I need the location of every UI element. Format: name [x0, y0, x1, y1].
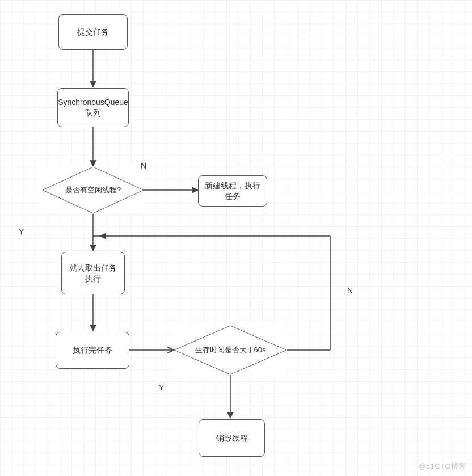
node-label: 就去取出任务执行 — [66, 263, 120, 284]
node-label: SynchronousQueue队列 — [58, 97, 128, 119]
node-synchronous-queue: SynchronousQueue队列 — [57, 88, 129, 127]
svg-marker-12 — [99, 233, 106, 239]
node-fetch-task: 就去取出任务执行 — [61, 252, 125, 294]
node-finish-task: 执行完任务 — [56, 332, 129, 369]
node-label: 销毁线程 — [216, 433, 248, 444]
node-label: 新建线程，执行任务 — [203, 180, 262, 202]
watermark: @51CTO博客 — [418, 461, 466, 471]
node-label: 提交任务 — [77, 27, 109, 37]
edges-layer — [0, 0, 472, 476]
edge-label-d1-yes: Y — [19, 227, 24, 236]
node-label: 执行完任务 — [73, 345, 112, 356]
node-submit-task: 提交任务 — [58, 14, 128, 50]
edge-label-d1-no: N — [141, 161, 146, 170]
flowchart-canvas: 提交任务 SynchronousQueue队列 是否有空闲线程? 新建线程，执行… — [0, 0, 472, 476]
node-label: 生存时间是否大于60s — [195, 346, 266, 355]
decision-idle-thread: 是否有空闲线程? — [42, 166, 144, 214]
edge-label-d2-no: N — [347, 286, 353, 295]
edge-label-d2-yes: Y — [159, 383, 164, 392]
node-destroy-thread: 销毁线程 — [199, 419, 265, 457]
node-new-thread: 新建线程，执行任务 — [198, 175, 267, 207]
node-label: 是否有空闲线程? — [65, 186, 121, 195]
decision-ttl-60s: 生存时间是否大于60s — [174, 325, 287, 375]
